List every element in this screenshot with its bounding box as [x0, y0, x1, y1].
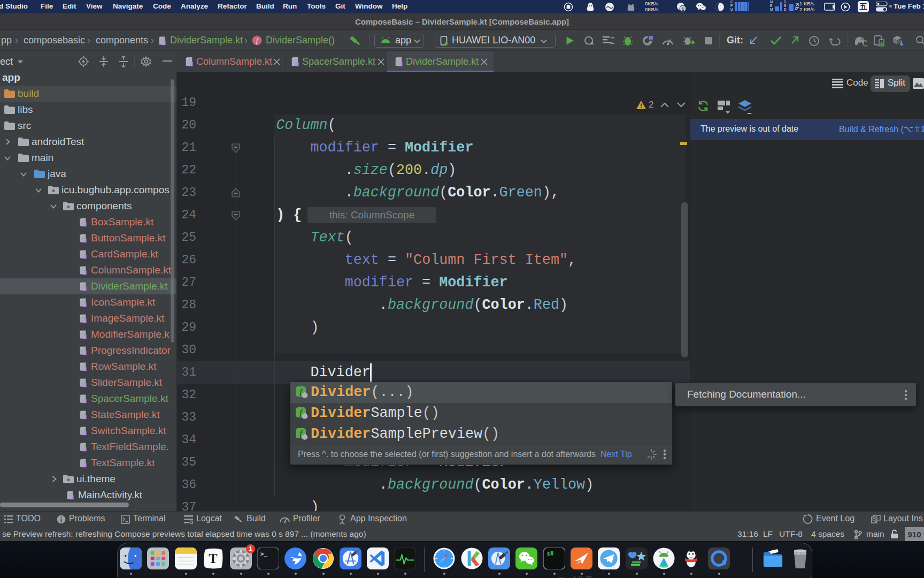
svg-text:A: A	[590, 41, 594, 45]
svg-text:T: T	[209, 551, 217, 566]
svg-text:$: $	[547, 551, 550, 557]
svg-text:>_: >_	[260, 551, 267, 558]
svg-text:1: 1	[681, 6, 684, 12]
